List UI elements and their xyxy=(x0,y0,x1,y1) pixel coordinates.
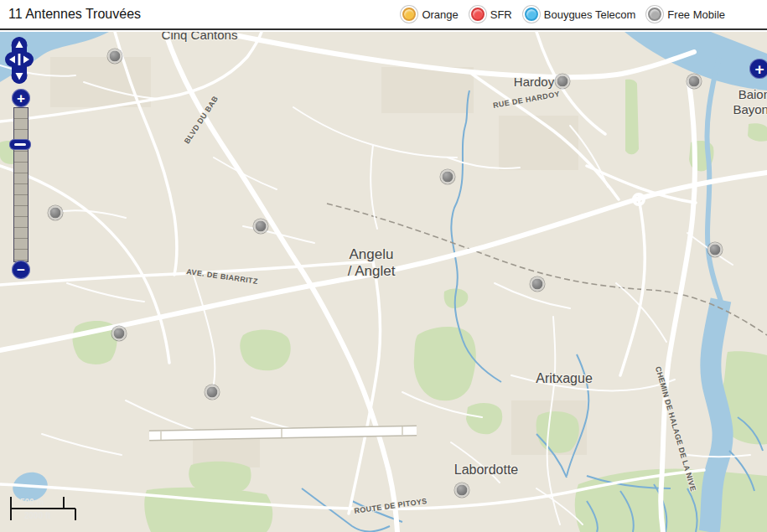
map-canvas[interactable] xyxy=(0,32,767,532)
antenna-marker[interactable] xyxy=(112,327,127,341)
antenna-marker[interactable] xyxy=(49,206,63,220)
legend-label: Free Mobile xyxy=(667,8,725,21)
zoom-in-button[interactable]: + xyxy=(12,89,30,107)
header-bar: 11 Antennes Trouvées Orange SFR Bouygues… xyxy=(0,0,767,30)
map-viewport[interactable]: RUE DE HARDOYBLVD DU BABAVE. DE BIARRITZ… xyxy=(0,32,767,532)
zoom-slider-handle[interactable] xyxy=(9,139,31,150)
zoom-out-button[interactable]: − xyxy=(12,261,30,279)
antenna-marker[interactable] xyxy=(531,277,545,292)
pan-center-divider xyxy=(18,54,21,65)
pan-control[interactable] xyxy=(5,37,34,84)
legend-label: Bouygues Telecom xyxy=(544,8,636,21)
free-mobile-marker-icon xyxy=(648,8,661,21)
results-count-title: 11 Antennes Trouvées xyxy=(8,7,141,22)
antenna-marker[interactable] xyxy=(455,483,469,498)
legend-item-bouygues: Bouygues Telecom xyxy=(525,8,636,21)
antenna-marker[interactable] xyxy=(108,49,122,64)
zoom-handle-grip xyxy=(14,143,26,146)
antenna-marker[interactable] xyxy=(556,75,570,89)
antenna-marker[interactable] xyxy=(205,385,220,400)
legend-label: Orange xyxy=(422,8,458,21)
river-nive xyxy=(707,57,723,532)
sfr-marker-icon xyxy=(471,8,485,21)
legend-item-free: Free Mobile xyxy=(648,8,725,21)
orange-marker-icon xyxy=(402,8,416,21)
legend-item-sfr: SFR xyxy=(471,8,512,21)
operator-legend: Orange SFR Bouygues Telecom Free Mobile xyxy=(402,8,725,21)
zoom-slider-track[interactable] xyxy=(13,107,29,262)
antenna-marker[interactable] xyxy=(254,220,268,234)
antenna-marker[interactable] xyxy=(441,170,455,184)
antenna-marker[interactable] xyxy=(708,243,723,257)
antenna-marker[interactable] xyxy=(687,75,702,89)
bouygues-marker-icon xyxy=(525,8,538,21)
legend-item-orange: Orange xyxy=(402,8,458,21)
legend-label: SFR xyxy=(490,8,512,21)
layer-switcher-button[interactable]: + xyxy=(749,59,767,79)
